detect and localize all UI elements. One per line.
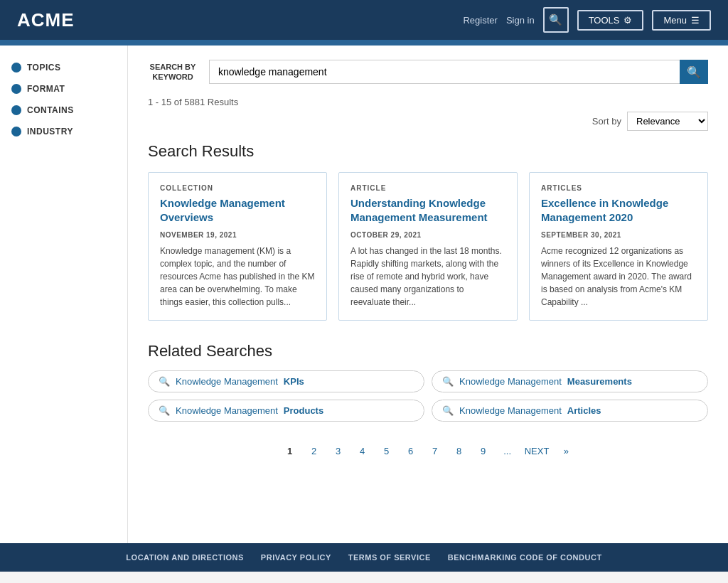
- page-btn-1[interactable]: 1: [280, 442, 300, 461]
- related-chip-0[interactable]: 🔍 Knowledge Management KPIs: [148, 370, 424, 392]
- page-btn-3[interactable]: 3: [328, 442, 348, 461]
- chip-search-icon-2: 🔍: [159, 405, 170, 416]
- chip-search-icon-0: 🔍: [159, 376, 170, 387]
- footer-links: LOCATION AND DIRECTIONS PRIVACY POLICY T…: [10, 553, 718, 562]
- footer-link-3[interactable]: BENCHMARKING CODE OF CONDUCT: [448, 553, 602, 562]
- hamburger-icon: ☰: [691, 15, 700, 26]
- header: ACME Register Sign in 🔍 TOOLS ⚙ Menu ☰: [0, 0, 728, 40]
- footer: LOCATION AND DIRECTIONS PRIVACY POLICY T…: [0, 543, 728, 572]
- contains-dot: [11, 105, 21, 115]
- topics-label: TOPICS: [27, 63, 60, 73]
- header-right: Register Sign in 🔍 TOOLS ⚙ Menu ☰: [463, 7, 711, 33]
- card-2-desc: Acme recognized 12 organizations as winn…: [541, 245, 696, 309]
- gear-icon: ⚙: [623, 15, 632, 26]
- chip-text-normal-2: Knowledge Management: [176, 405, 278, 416]
- card-1-type: ARTICLE: [350, 184, 505, 192]
- logo: ACME: [17, 9, 75, 31]
- chip-search-icon-3: 🔍: [442, 405, 454, 416]
- page-btn-6[interactable]: 6: [401, 442, 421, 461]
- register-link[interactable]: Register: [463, 15, 497, 26]
- page-btn-2[interactable]: 2: [304, 442, 324, 461]
- content: SEARCH BYKEYWORD 🔍 1 - 15 of 5881 Result…: [128, 46, 728, 543]
- sidebar-item-contains[interactable]: CONTAINS: [11, 105, 116, 115]
- footer-link-0[interactable]: LOCATION AND DIRECTIONS: [126, 553, 244, 562]
- menu-label: Menu: [663, 15, 687, 26]
- search-icon-button[interactable]: 🔍: [543, 7, 569, 33]
- card-0: COLLECTION Knowledge Management Overview…: [148, 172, 327, 321]
- pagination-next[interactable]: NEXT: [522, 442, 552, 461]
- sidebar-item-topics[interactable]: TOPICS: [11, 63, 116, 73]
- footer-link-2[interactable]: TERMS OF SERVICE: [348, 553, 431, 562]
- sidebar-item-industry[interactable]: INDUSTRY: [11, 127, 116, 137]
- sort-select[interactable]: Relevance Date Title: [627, 112, 708, 131]
- page-btn-9[interactable]: 9: [473, 442, 493, 461]
- results-summary: 1 - 15 of 5881 Results: [148, 97, 708, 107]
- signin-link[interactable]: Sign in: [506, 15, 535, 26]
- related-chip-3[interactable]: 🔍 Knowledge Management Articles: [432, 400, 708, 422]
- sidebar: TOPICS FORMAT CONTAINS INDUSTRY: [0, 46, 128, 543]
- card-0-title[interactable]: Knowledge Management Overviews: [160, 196, 315, 225]
- chip-text-normal-0: Knowledge Management: [176, 376, 278, 387]
- chip-text-normal-1: Knowledge Management: [459, 376, 562, 387]
- page-btn-5[interactable]: 5: [377, 442, 397, 461]
- card-2-type: ARTICLES: [541, 184, 696, 192]
- pagination-ellipsis: ...: [498, 442, 518, 461]
- topics-dot: [11, 63, 21, 73]
- card-2-title[interactable]: Excellence in Knowledge Management 2020: [541, 196, 696, 225]
- card-0-date: NOVEMBER 19, 2021: [160, 231, 315, 239]
- pagination-double-next[interactable]: »: [556, 442, 576, 461]
- related-chip-1[interactable]: 🔍 Knowledge Management Measurements: [432, 370, 708, 392]
- chip-text-bold-2: Products: [284, 405, 323, 416]
- accent-bar: [0, 40, 728, 46]
- page-btn-8[interactable]: 8: [449, 442, 469, 461]
- chip-text-normal-3: Knowledge Management: [459, 405, 562, 416]
- sidebar-item-format[interactable]: FORMAT: [11, 84, 116, 94]
- format-dot: [11, 84, 21, 94]
- chip-text-bold-3: Articles: [567, 405, 601, 416]
- search-submit-icon: 🔍: [687, 65, 701, 79]
- chip-text-bold-0: KPIs: [284, 376, 304, 387]
- card-1-title[interactable]: Understanding Knowledge Management Measu…: [350, 196, 505, 225]
- industry-label: INDUSTRY: [27, 127, 73, 137]
- industry-dot: [11, 127, 21, 137]
- chip-text-bold-1: Measurements: [567, 376, 632, 387]
- card-0-desc: Knowledge management (KM) is a complex t…: [160, 245, 315, 309]
- menu-button[interactable]: Menu ☰: [652, 10, 711, 31]
- tools-button[interactable]: TOOLS ⚙: [577, 10, 644, 31]
- card-1: ARTICLE Understanding Knowledge Manageme…: [338, 172, 518, 321]
- search-input[interactable]: [209, 60, 680, 84]
- chip-search-icon-1: 🔍: [442, 376, 454, 387]
- card-2: ARTICLES Excellence in Knowledge Managem…: [529, 172, 708, 321]
- contains-label: CONTAINS: [27, 105, 74, 115]
- page-btn-4[interactable]: 4: [353, 442, 373, 461]
- format-label: FORMAT: [27, 84, 65, 94]
- pagination: 1 2 3 4 5 6 7 8 9 ... NEXT »: [148, 442, 708, 461]
- tools-label: TOOLS: [589, 15, 620, 26]
- search-results-heading: Search Results: [148, 142, 708, 161]
- card-1-date: OCTOBER 29, 2021: [350, 231, 505, 239]
- main-container: TOPICS FORMAT CONTAINS INDUSTRY SEARCH B…: [0, 46, 728, 543]
- card-0-type: COLLECTION: [160, 184, 315, 192]
- related-searches-heading: Related Searches: [148, 342, 708, 360]
- cards-row: COLLECTION Knowledge Management Overview…: [148, 172, 708, 321]
- related-chip-2[interactable]: 🔍 Knowledge Management Products: [148, 400, 424, 422]
- sort-label: Sort by: [592, 116, 621, 127]
- card-2-date: SEPTEMBER 30, 2021: [541, 231, 696, 239]
- page-btn-7[interactable]: 7: [425, 442, 445, 461]
- search-input-wrap: 🔍: [209, 60, 708, 84]
- search-bar-area: SEARCH BYKEYWORD 🔍: [148, 60, 708, 84]
- card-1-desc: A lot has changed in the last 18 months.…: [350, 245, 505, 309]
- search-by-label: SEARCH BYKEYWORD: [148, 62, 198, 82]
- footer-link-1[interactable]: PRIVACY POLICY: [261, 553, 331, 562]
- related-grid: 🔍 Knowledge Management KPIs 🔍 Knowledge …: [148, 370, 708, 422]
- sort-row: Sort by Relevance Date Title: [148, 112, 708, 131]
- search-submit-button[interactable]: 🔍: [680, 60, 708, 84]
